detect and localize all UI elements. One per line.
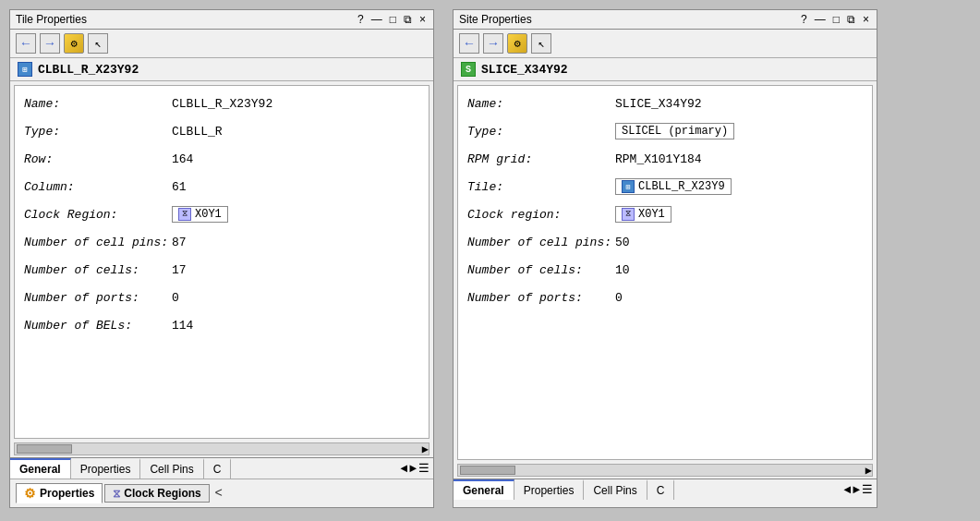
tile-prop-column: Column: 61 [24, 176, 419, 197]
tile-panel-title: Tile Properties [16, 13, 87, 26]
tile-prop-name: Name: CLBLL_R_X23Y92 [24, 93, 419, 114]
site-prop-rpm: RPM grid: RPM_X101Y184 [467, 149, 863, 169]
tile-maximize-btn[interactable]: □ [388, 13, 398, 26]
site-help-btn[interactable]: ? [799, 13, 809, 26]
site-tab-general[interactable]: General [454, 479, 514, 500]
tile-tab-controls: ◄ ► ☰ [396, 458, 433, 479]
site-scrollbar-h[interactable]: ▶ [457, 464, 873, 477]
tile-scrollbar-h[interactable]: ▶ [14, 442, 430, 455]
site-header-name: SLICE_X34Y92 [481, 63, 568, 77]
tile-forward-btn[interactable]: → [40, 33, 60, 54]
tile-clock-region-value: X0Y1 [195, 208, 222, 221]
site-tab-bar: General Properties Cell Pins C ◄ ► ☰ [454, 479, 877, 500]
tile-prop-cells: Number of cells: 17 [24, 260, 419, 280]
site-properties-panel: Site Properties ? — □ ⧉ × ← → ⚙ ↖ S SLIC… [453, 9, 877, 508]
tile-grid-icon: ⊞ [18, 62, 32, 77]
site-properties-area: Name: SLICE_X34Y92 Type: SLICEL (primary… [454, 81, 877, 464]
tile-tab-bar: General Properties Cell Pins C ◄ ► ☰ [10, 457, 433, 479]
tile-tab-c[interactable]: C [204, 458, 232, 479]
tile-gear-icon[interactable]: ⚙ [64, 33, 84, 54]
site-close-btn[interactable]: × [861, 13, 871, 26]
site-tab-controls: ◄ ► ☰ [840, 479, 877, 500]
site-toolbar: ← → ⚙ ↖ [454, 30, 877, 58]
site-prop-clock-region: Clock region: ⧖ X0Y1 [467, 204, 863, 224]
tile-prop-clock-region: Clock Region: ⧖ X0Y1 [24, 204, 419, 224]
site-scrollbar-thumb [460, 466, 515, 475]
site-scroll-right-btn[interactable]: ▶ [865, 464, 872, 478]
site-prop-tile: Tile: ⊞ CLBLL_R_X23Y9 [467, 176, 863, 197]
site-prop-ports: Number of ports: 0 [467, 287, 863, 308]
site-panel-title: Site Properties [459, 13, 532, 26]
site-cursor-icon[interactable]: ↖ [531, 33, 551, 54]
site-minimize-btn[interactable]: — [813, 13, 828, 26]
tile-back-btn[interactable]: ← [16, 33, 36, 54]
tile-prop-type: Type: CLBLL_R [24, 121, 419, 141]
site-tab-menu-btn[interactable]: ☰ [862, 482, 873, 497]
site-tile-grid-icon: ⊞ [622, 180, 635, 193]
site-float-btn[interactable]: ⧉ [845, 13, 857, 26]
tile-tab-cell-pins[interactable]: Cell Pins [140, 458, 203, 479]
tile-minimize-btn[interactable]: — [369, 13, 384, 26]
tile-panel-titlebar: Tile Properties ? — □ ⧉ × [10, 10, 433, 30]
site-tab-cell-pins[interactable]: Cell Pins [584, 479, 647, 500]
tile-prop-bels: Number of BELs: 114 [24, 315, 419, 335]
tile-properties-icon: ⚙ [24, 486, 36, 501]
site-back-btn[interactable]: ← [459, 33, 479, 54]
tile-panel-controls: ? — □ ⧉ × [356, 13, 428, 26]
tile-tab-next-btn[interactable]: ► [409, 462, 417, 476]
tile-collapse-btn[interactable]: < [212, 486, 226, 501]
site-forward-btn[interactable]: → [483, 33, 503, 54]
tile-bottom-tab-clock-regions[interactable]: ⧖ Clock Regions [104, 484, 209, 503]
site-s-icon: S [461, 62, 476, 77]
tile-properties-panel: Tile Properties ? — □ ⧉ × ← → ⚙ ↖ ⊞ CLBL… [9, 9, 434, 508]
site-panel-titlebar: Site Properties ? — □ ⧉ × [454, 10, 877, 30]
site-clock-icon: ⧖ [622, 208, 635, 221]
tile-tab-prev-btn[interactable]: ◄ [400, 462, 407, 476]
site-properties-scroll[interactable]: Name: SLICE_X34Y92 Type: SLICEL (primary… [457, 85, 873, 460]
tile-help-btn[interactable]: ? [356, 13, 366, 26]
tile-header-label: ⊞ CLBLL_R_X23Y92 [10, 58, 433, 81]
site-maximize-btn[interactable]: □ [831, 13, 841, 26]
tile-toolbar: ← → ⚙ ↖ [10, 30, 433, 58]
tile-prop-ports: Number of ports: 0 [24, 287, 419, 308]
site-panel-controls: ? — □ ⧉ × [799, 13, 871, 26]
site-clock-region-box[interactable]: ⧖ X0Y1 [615, 206, 671, 223]
tile-clock-icon: ⧖ [178, 208, 191, 221]
tile-tab-general[interactable]: General [10, 458, 71, 479]
tile-properties-scroll[interactable]: Name: CLBLL_R_X23Y92 Type: CLBLL_R Row: … [14, 85, 430, 439]
tile-header-name: CLBLL_R_X23Y92 [38, 63, 139, 77]
tile-float-btn[interactable]: ⧉ [402, 13, 414, 26]
site-tile-box[interactable]: ⊞ CLBLL_R_X23Y9 [615, 178, 732, 195]
tile-tab-properties[interactable]: Properties [71, 458, 141, 479]
site-prop-type: Type: SLICEL (primary) [467, 121, 863, 141]
site-prop-name: Name: SLICE_X34Y92 [467, 93, 863, 114]
site-panel-bottom-spacer [454, 500, 877, 507]
site-tab-prev-btn[interactable]: ◄ [843, 483, 851, 497]
tile-close-btn[interactable]: × [417, 13, 428, 26]
tile-scroll-right-btn[interactable]: ▶ [422, 442, 429, 456]
site-tab-next-btn[interactable]: ► [853, 483, 860, 497]
tile-tab-menu-btn[interactable]: ☰ [418, 461, 430, 476]
tile-prop-row: Row: 164 [24, 149, 419, 169]
tile-clock-regions-icon: ⧖ [113, 487, 120, 500]
tile-scrollbar-thumb [17, 444, 72, 454]
site-tab-properties[interactable]: Properties [514, 479, 585, 500]
site-tab-c[interactable]: C [647, 479, 675, 500]
site-type-box: SLICEL (primary) [615, 123, 734, 139]
site-tile-value: CLBLL_R_X23Y9 [638, 180, 725, 193]
site-clock-region-value: X0Y1 [638, 208, 665, 221]
site-gear-icon[interactable]: ⚙ [507, 33, 527, 54]
site-prop-cell-pins: Number of cell pins: 50 [467, 232, 863, 252]
tile-clock-region-box[interactable]: ⧖ X0Y1 [172, 206, 228, 223]
tile-prop-cell-pins: Number of cell pins: 87 [24, 232, 419, 252]
tile-bottom-tab-clock-label: Clock Regions [124, 487, 200, 500]
tile-cursor-icon[interactable]: ↖ [88, 33, 108, 54]
tile-bottom-tab-properties[interactable]: ⚙ Properties [16, 483, 103, 503]
tile-properties-area: Name: CLBLL_R_X23Y92 Type: CLBLL_R Row: … [10, 81, 433, 442]
site-header-label: S SLICE_X34Y92 [454, 58, 877, 81]
tile-bottom-tab-properties-label: Properties [40, 487, 94, 500]
tile-bottom-tabs: ⚙ Properties ⧖ Clock Regions < [10, 479, 433, 507]
site-prop-cells: Number of cells: 10 [467, 260, 863, 280]
